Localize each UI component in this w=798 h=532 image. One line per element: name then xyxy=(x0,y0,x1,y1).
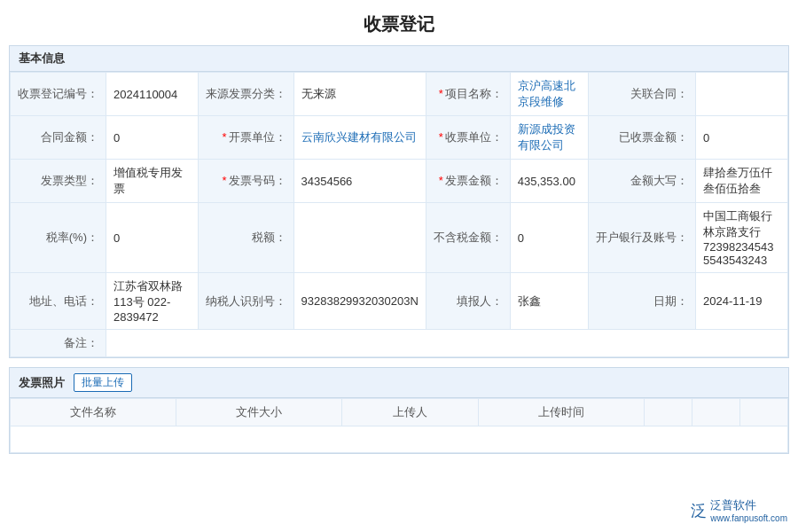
required-star: * xyxy=(222,130,226,144)
remark-value xyxy=(106,330,788,357)
watermark-brand: 泛普软件 xyxy=(710,498,756,512)
filler-label: 填报人： xyxy=(426,273,510,330)
tax-rate-label: 税率(%)： xyxy=(11,203,106,273)
basic-info-section: 基本信息 收票登记编号： 2024110004 来源发票分类： 无来源 *项目名… xyxy=(9,45,789,358)
invoice-photos-header: 发票照片 批量上传 xyxy=(10,368,788,398)
address-phone-label: 地址、电话： xyxy=(11,273,106,330)
watermark-logo: 泛 xyxy=(691,500,707,521)
col-filesize: 文件大小 xyxy=(176,399,342,426)
amount-uppercase-value: 肆拾叁万伍仟叁佰伍拾叁 xyxy=(695,160,787,203)
related-contract-value xyxy=(695,73,787,116)
address-phone-value: 江苏省双林路113号 022-2839472 xyxy=(106,273,199,330)
basic-info-table: 收票登记编号： 2024110004 来源发票分类： 无来源 *项目名称： 京沪… xyxy=(10,72,788,357)
col-upload-time: 上传时间 xyxy=(479,399,645,426)
billing-unit-link[interactable]: 云南欣兴建材有限公司 xyxy=(301,130,417,144)
watermark-url: www.fanpusoft.com xyxy=(710,513,787,523)
invoice-type-label: 发票类型： xyxy=(11,160,106,203)
tax-amount-value xyxy=(293,203,426,273)
col-uploader: 上传人 xyxy=(342,399,479,426)
required-star: * xyxy=(439,174,443,187)
page-title: 收票登记 xyxy=(0,0,798,45)
source-invoice-label: 来源发票分类： xyxy=(198,73,293,116)
billing-unit-value: 云南欣兴建材有限公司 xyxy=(293,116,426,160)
invoice-amount-value: 435,353.00 xyxy=(510,160,588,203)
invoice-amount-label: *发票金额： xyxy=(426,160,510,203)
no-tax-amount-label: 不含税金额： xyxy=(426,203,510,273)
file-table-empty-row xyxy=(11,426,788,453)
project-name-value: 京沪高速北京段维修 xyxy=(510,73,588,116)
taxpayer-id-label: 纳税人识别号： xyxy=(198,273,293,330)
required-star: * xyxy=(222,174,226,187)
invoice-no-value: 34354566 xyxy=(293,160,426,203)
taxpayer-id-value: 93283829932030203N xyxy=(293,273,426,330)
batch-upload-button[interactable]: 批量上传 xyxy=(74,373,132,392)
table-row: 合同金额： 0 *开票单位： 云南欣兴建材有限公司 *收票单位： 新源成投资有限… xyxy=(11,116,788,160)
invoice-photos-section: 发票照片 批量上传 文件名称 文件大小 上传人 上传时间 xyxy=(9,367,789,454)
remark-label: 备注： xyxy=(11,330,106,357)
amount-uppercase-label: 金额大写： xyxy=(588,160,695,203)
receipt-unit-label: *收票单位： xyxy=(426,116,510,160)
col-action3 xyxy=(740,399,788,426)
watermark: 泛 泛普软件 www.fanpusoft.com xyxy=(691,497,787,523)
invoice-type-value: 增值税专用发票 xyxy=(106,160,199,203)
tax-amount-label: 税额： xyxy=(198,203,293,273)
receipt-unit-link[interactable]: 新源成投资有限公司 xyxy=(518,122,575,152)
required-star: * xyxy=(439,87,443,100)
related-contract-label: 关联合同： xyxy=(588,73,695,116)
basic-info-header: 基本信息 xyxy=(10,46,788,72)
contract-amount-label: 合同金额： xyxy=(11,116,106,160)
watermark-text: 泛普软件 www.fanpusoft.com xyxy=(710,497,787,523)
receipt-unit-value: 新源成投资有限公司 xyxy=(510,116,588,160)
bank-account-label: 开户银行及账号： xyxy=(588,203,695,273)
tax-rate-value: 0 xyxy=(106,203,199,273)
billing-unit-label: *开票单位： xyxy=(198,116,293,160)
col-action1 xyxy=(645,399,692,426)
table-row: 备注： xyxy=(11,330,788,357)
bank-account-value: 中国工商银行林京路支行 72398234543 5543543243 xyxy=(695,203,787,273)
project-name-label: *项目名称： xyxy=(426,73,510,116)
invoice-photos-title: 发票照片 xyxy=(19,375,65,391)
project-name-link[interactable]: 京沪高速北京段维修 xyxy=(518,79,575,108)
received-amount-value: 0 xyxy=(695,116,787,160)
invoice-no-label: *发票号码： xyxy=(198,160,293,203)
source-invoice-value: 无来源 xyxy=(293,73,426,116)
table-row: 发票类型： 增值税专用发票 *发票号码： 34354566 *发票金额： 435… xyxy=(11,160,788,203)
file-table-header-row: 文件名称 文件大小 上传人 上传时间 xyxy=(11,399,788,426)
table-row: 地址、电话： 江苏省双林路113号 022-2839472 纳税人识别号： 93… xyxy=(11,273,788,330)
table-row: 税率(%)： 0 税额： 不含税金额： 0 开户银行及账号： 中国工商银行林京路… xyxy=(11,203,788,273)
date-label: 日期： xyxy=(588,273,695,330)
file-table: 文件名称 文件大小 上传人 上传时间 xyxy=(10,398,788,453)
filler-value: 张鑫 xyxy=(510,273,588,330)
col-action2 xyxy=(692,399,740,426)
date-value: 2024-11-19 xyxy=(695,273,787,330)
received-amount-label: 已收票金额： xyxy=(588,116,695,160)
no-tax-amount-value: 0 xyxy=(510,203,588,273)
table-row: 收票登记编号： 2024110004 来源发票分类： 无来源 *项目名称： 京沪… xyxy=(11,73,788,116)
receipt-no-label: 收票登记编号： xyxy=(11,73,106,116)
receipt-no-value: 2024110004 xyxy=(106,73,199,116)
required-star: * xyxy=(439,130,443,144)
contract-amount-value: 0 xyxy=(106,116,199,160)
col-filename: 文件名称 xyxy=(11,399,176,426)
